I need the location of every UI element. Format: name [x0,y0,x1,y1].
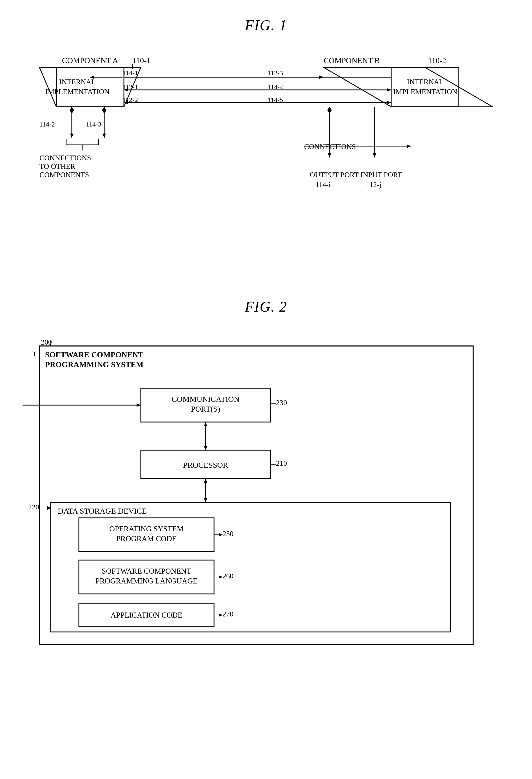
svg-text:250: 250 [222,530,234,538]
svg-marker-44 [327,107,332,114]
svg-marker-76 [204,498,207,502]
svg-text:114-3: 114-3 [86,121,102,128]
svg-text:CONNECTIONS: CONNECTIONS [304,142,356,151]
svg-text:COMPONENTS: COMPONENTS [40,171,89,179]
svg-marker-34 [70,107,74,114]
svg-text:INTERNAL: INTERNAL [407,78,444,86]
svg-marker-24 [387,88,391,92]
svg-marker-88 [219,533,222,536]
fig1-diagram: COMPONENT A 110-1 INTERNAL IMPLEMENTATIO… [22,50,510,264]
svg-marker-7 [324,67,492,107]
svg-text:IMPLEMENTATION: IMPLEMENTATION [45,87,110,96]
svg-text:230: 230 [276,399,287,407]
svg-text:OUTPUT PORT: OUTPUT PORT [310,171,359,179]
svg-text:PROGRAMMING LANGUAGE: PROGRAMMING LANGUAGE [95,577,197,585]
svg-marker-47 [373,153,376,158]
svg-text:PROGRAM CODE: PROGRAM CODE [116,534,177,543]
svg-text:PORT(S): PORT(S) [191,405,220,413]
svg-text:PROGRAMMING SYSTEM: PROGRAMMING SYSTEM [45,360,143,369]
svg-text:270: 270 [222,610,234,618]
svg-text:COMPONENT A: COMPONENT A [62,56,118,65]
svg-text:DATA STORAGE DEVICE: DATA STORAGE DEVICE [58,506,147,515]
svg-text:112-3: 112-3 [268,69,283,77]
fig2-diagram: 200 ╮ SOFTWARE COMPONENT PROGRAMMING SYS… [22,329,510,653]
svg-marker-37 [103,133,106,138]
svg-marker-38 [102,107,107,114]
svg-text:200: 200 [41,338,52,346]
svg-marker-70 [204,422,207,426]
svg-rect-55 [40,346,473,645]
svg-text:SOFTWARE COMPONENT: SOFTWARE COMPONENT [102,567,191,575]
svg-text:SOFTWARE COMPONENT: SOFTWARE COMPONENT [45,350,144,359]
fig1-title: FIG. 1 [22,17,510,34]
svg-text:OPERATING SYSTEM: OPERATING SYSTEM [109,525,183,533]
svg-marker-77 [204,478,207,483]
svg-text:112-j: 112-j [366,181,381,189]
svg-text:IMPLEMENTATION: IMPLEMENTATION [393,87,457,96]
svg-marker-19 [319,75,324,79]
svg-text:210: 210 [276,459,287,467]
svg-marker-50 [407,144,411,148]
svg-text:220: 220 [28,503,39,511]
svg-marker-45 [328,153,331,158]
svg-marker-94 [219,575,222,579]
svg-text:260: 260 [222,572,234,580]
svg-text:PROCESSOR: PROCESSOR [183,461,228,469]
svg-text:110-1: 110-1 [132,56,150,65]
fig2-title: FIG. 2 [22,298,510,315]
svg-text:╮: ╮ [32,348,37,356]
svg-text:114-i: 114-i [316,181,331,189]
svg-rect-1 [56,67,124,107]
svg-text:CONNECTIONS: CONNECTIONS [40,154,91,162]
svg-text:APPLICATION CODE: APPLICATION CODE [111,611,182,619]
svg-marker-69 [204,446,207,450]
svg-text:INTERNAL: INTERNAL [59,78,96,86]
svg-rect-8 [391,67,459,107]
svg-marker-33 [70,133,73,138]
svg-text:110-2: 110-2 [428,56,446,65]
svg-marker-62 [137,404,141,407]
svg-text:114-1: 114-1 [123,69,138,77]
svg-marker-29 [387,101,391,104]
svg-marker-99 [219,613,222,617]
svg-text:TO OTHER: TO OTHER [40,162,75,171]
svg-text:COMPONENT B: COMPONENT B [324,56,380,65]
svg-text:INPUT PORT: INPUT PORT [360,171,402,179]
svg-text:114-2: 114-2 [40,121,55,128]
page: FIG. 1 COMPONENT A 110-1 INTERNAL IMPLEM… [0,0,532,779]
svg-text:COMMUNICATION: COMMUNICATION [172,395,240,404]
svg-marker-82 [47,506,51,510]
